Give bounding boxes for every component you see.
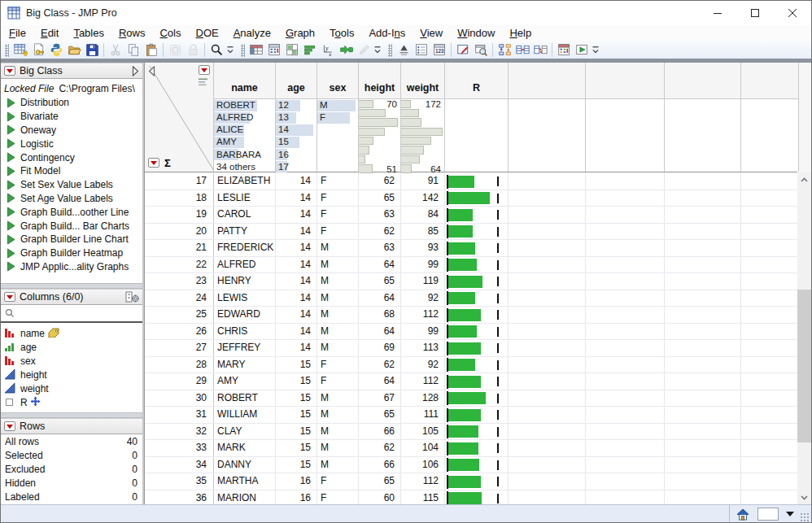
row-number[interactable]: 31 (145, 407, 214, 423)
histogram-row[interactable] (401, 108, 444, 117)
script-item[interactable]: Logistic (1, 137, 142, 150)
cell-empty[interactable] (741, 190, 797, 207)
cell-empty[interactable] (586, 340, 665, 356)
cell-weight[interactable]: 92 (401, 357, 445, 373)
bar-chart-button[interactable] (301, 42, 319, 59)
copy-button[interactable] (124, 42, 142, 59)
row-number[interactable]: 24 (145, 290, 214, 307)
histogram-row[interactable]: 51 (359, 164, 400, 173)
cell-name[interactable]: DANNY (214, 457, 276, 473)
cell-height[interactable]: 62 (359, 173, 401, 190)
cell-weight[interactable]: 112 (401, 307, 445, 323)
cell-empty[interactable] (509, 407, 586, 423)
script-item[interactable]: Contingency (1, 150, 142, 164)
cell-r-bar[interactable] (445, 357, 509, 373)
cell-empty[interactable] (509, 424, 586, 440)
cell-sex[interactable]: M (317, 457, 359, 473)
cell-empty[interactable] (665, 257, 741, 273)
column-item-age[interactable]: age (1, 340, 142, 354)
cell-name[interactable]: AMY (214, 373, 276, 390)
cell-r-bar[interactable] (445, 390, 509, 407)
annotate-button[interactable] (454, 42, 472, 59)
column-header-name[interactable]: nameROBERTALFREDALICEAMYBARBARA34 others (214, 63, 276, 172)
cell-empty[interactable] (586, 224, 665, 240)
join-tables-button[interactable] (513, 42, 531, 59)
cell-empty[interactable] (509, 190, 586, 207)
columns-panel-header[interactable]: Columns (6/0) (1, 289, 142, 305)
cell-weight[interactable]: 105 (401, 424, 445, 440)
cell-sex[interactable]: M (317, 424, 359, 440)
cell-empty[interactable] (665, 340, 741, 356)
cell-weight[interactable]: 99 (401, 324, 445, 340)
cell-empty[interactable] (741, 257, 797, 273)
menu-view[interactable]: View (413, 25, 450, 41)
cell-sex[interactable]: F (317, 357, 359, 373)
cell-empty[interactable] (665, 390, 741, 407)
cell-height[interactable]: 66 (359, 424, 401, 440)
sort-pyramid-button[interactable] (395, 42, 413, 59)
cell-empty[interactable] (586, 190, 665, 207)
header-preview-row[interactable]: 13 (276, 111, 317, 124)
column-header-height[interactable]: height7051 (359, 63, 401, 172)
toolbar-grip[interactable] (5, 44, 9, 57)
cell-r-bar[interactable] (445, 457, 509, 473)
histogram-row[interactable] (359, 108, 400, 117)
cell-name[interactable]: JEFFREY (214, 340, 276, 356)
cell-empty[interactable] (586, 307, 665, 323)
header-preview-row[interactable]: ALFRED (214, 111, 275, 124)
toolbar-overflow-icon[interactable] (591, 42, 600, 59)
cell-empty[interactable] (586, 424, 665, 440)
cell-empty[interactable] (741, 373, 797, 390)
row-number[interactable]: 36 (145, 490, 214, 505)
cell-sex[interactable]: F (317, 490, 359, 505)
cell-empty[interactable] (586, 273, 665, 290)
cell-empty[interactable] (741, 473, 797, 490)
histogram-row[interactable] (401, 127, 444, 136)
cell-name[interactable]: LESLIE (214, 190, 276, 207)
lock-button[interactable] (184, 42, 202, 59)
histogram-row[interactable] (401, 118, 444, 127)
header-preview-row[interactable]: M (317, 99, 358, 111)
cell-empty[interactable] (509, 340, 586, 356)
cell-height[interactable]: 65 (359, 273, 401, 290)
cell-r-bar[interactable] (445, 407, 509, 423)
cell-height[interactable]: 65 (359, 190, 401, 207)
cell-height[interactable]: 63 (359, 207, 401, 223)
cell-empty[interactable] (509, 324, 586, 340)
menu-window[interactable]: Window (450, 25, 502, 41)
cell-empty[interactable] (665, 224, 741, 240)
column-header-empty[interactable] (509, 63, 586, 172)
cell-empty[interactable] (741, 224, 797, 240)
cell-sex[interactable]: F (317, 207, 359, 223)
cell-empty[interactable] (741, 340, 797, 356)
row-number[interactable]: 30 (145, 390, 214, 407)
header-preview-row[interactable]: 16 (276, 149, 317, 161)
cell-age[interactable]: 14 (276, 207, 317, 223)
cell-empty[interactable] (665, 440, 741, 456)
cell-empty[interactable] (586, 240, 665, 256)
column-header-label[interactable]: name (214, 82, 275, 98)
cell-r-bar[interactable] (445, 273, 509, 290)
cell-weight[interactable]: 93 (401, 240, 445, 256)
histogram-row[interactable] (401, 146, 444, 155)
cell-r-bar[interactable] (445, 440, 509, 456)
menu-help[interactable]: Help (502, 25, 539, 41)
cell-empty[interactable] (741, 273, 797, 290)
cell-empty[interactable] (665, 373, 741, 390)
scrollbar-thumb[interactable] (797, 290, 811, 442)
cell-height[interactable]: 64 (359, 324, 401, 340)
header-preview-row[interactable]: 12 (276, 99, 317, 111)
cell-r-bar[interactable] (445, 257, 509, 273)
cell-age[interactable]: 15 (276, 407, 317, 423)
cell-weight[interactable]: 142 (401, 190, 445, 207)
column-item-height[interactable]: height (1, 368, 142, 381)
cell-age[interactable]: 15 (276, 390, 317, 407)
column-header-label[interactable]: sex (317, 82, 358, 98)
cell-empty[interactable] (509, 490, 586, 505)
formula-calculator-button[interactable] (555, 42, 573, 59)
cell-empty[interactable] (509, 240, 586, 256)
row-number[interactable]: 20 (145, 224, 214, 240)
paste-button[interactable] (142, 42, 160, 59)
menu-graph[interactable]: Graph (278, 25, 322, 41)
script-item[interactable]: Graph Builder Line Chart (1, 233, 142, 246)
